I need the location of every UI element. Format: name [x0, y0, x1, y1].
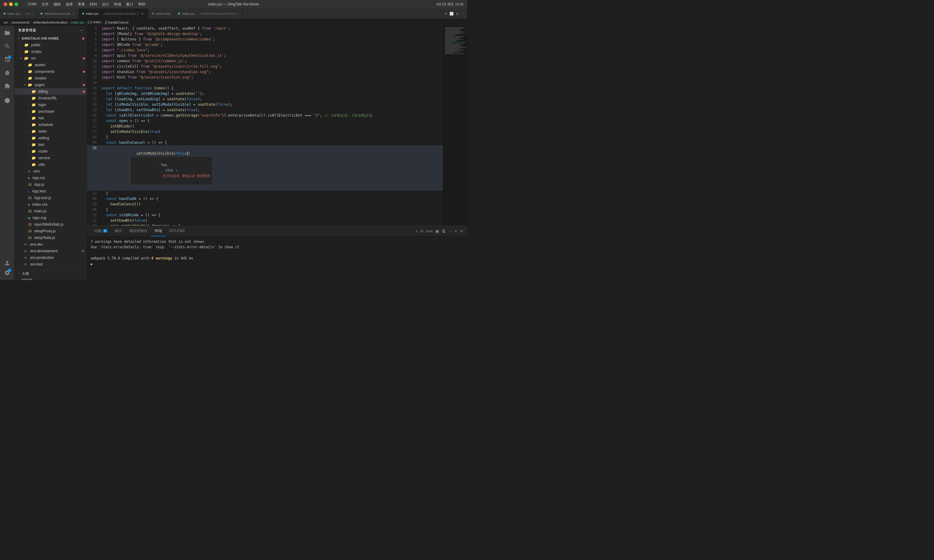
- tree-reportweb[interactable]: JS reportWebVitals.js: [14, 221, 87, 228]
- file-icon-logosvg: ◈: [28, 216, 30, 220]
- tree-envdev[interactable]: ⚙ .env.dev: [14, 241, 87, 248]
- tab-actions: ⟲ ⬜ ⊟ ⋯: [442, 8, 467, 19]
- folder-icon-utils: 📁: [31, 163, 36, 167]
- panel-add-icon[interactable]: +: [415, 229, 418, 234]
- menu-file[interactable]: 文件: [42, 2, 49, 7]
- panel-trash-icon[interactable]: 🗑: [442, 229, 446, 234]
- tree-scripts[interactable]: › 📁 scripts: [14, 48, 87, 55]
- tree-timeline[interactable]: › 时间线: [14, 277, 87, 280]
- activity-search[interactable]: [2, 42, 12, 51]
- menu-goto[interactable]: 转到: [90, 2, 97, 7]
- layout-icon[interactable]: ⊟: [456, 12, 459, 16]
- split-icon[interactable]: ⬜: [450, 12, 454, 16]
- activity-files[interactable]: [2, 28, 12, 38]
- tree-utils[interactable]: › 📁 utils: [14, 161, 87, 168]
- tree-src[interactable]: ▾ 📂 src: [14, 55, 87, 62]
- maximize-button[interactable]: [14, 2, 18, 6]
- panel-more-icon[interactable]: ···: [448, 229, 452, 234]
- tree-setuptests[interactable]: JS setupTests.js: [14, 234, 87, 241]
- menu-terminal[interactable]: 终端: [114, 2, 121, 7]
- tree-assets[interactable]: › 📁 assets: [14, 62, 87, 68]
- tree-apptestjs-label: App.test.js: [34, 196, 51, 200]
- menu-run[interactable]: 运行: [102, 2, 109, 7]
- bc-handlecancel[interactable]: {} handleCancel: [105, 20, 128, 24]
- minimize-button[interactable]: [9, 2, 13, 6]
- tree-risk[interactable]: › 📁 risk: [14, 115, 87, 122]
- bc-file[interactable]: index.jsx: [71, 20, 84, 24]
- tree-indexjs[interactable]: JS index.js: [14, 208, 87, 214]
- tree-outline[interactable]: › 大纲: [14, 270, 87, 277]
- tree-env[interactable]: ⚙ .env: [14, 168, 87, 175]
- tab-close-3[interactable]: ✕: [140, 11, 145, 16]
- activity-settings[interactable]: 1: [2, 268, 12, 278]
- bc-src[interactable]: src: [4, 20, 8, 24]
- tree-env-label: .env: [33, 169, 40, 173]
- tab-index-creditnote[interactable]: index.jsx .../creditNoteApplicationForm …: [174, 8, 243, 19]
- history-icon[interactable]: ⟲: [444, 12, 447, 16]
- code-editor[interactable]: 4 import React, { useState, useEffect, u…: [87, 26, 443, 226]
- tree-envdevelopment[interactable]: ⚙ .env.development M: [14, 248, 87, 254]
- tree-purchaser[interactable]: › 📁 purchaser: [14, 108, 87, 115]
- tree-billing[interactable]: › 📁 billing: [14, 88, 87, 95]
- panel-split-icon[interactable]: ⊟: [420, 229, 423, 233]
- tree-models[interactable]: › 📁 models: [14, 75, 87, 82]
- tree-router[interactable]: › 📁 router: [14, 148, 87, 155]
- panel-tab-gitlens[interactable]: GITLENS: [166, 226, 188, 237]
- panel-tab-terminal[interactable]: 终端: [151, 226, 166, 237]
- menu-help[interactable]: 帮助: [138, 2, 145, 7]
- folder-icon-router: 📁: [31, 149, 36, 154]
- tree-setting[interactable]: › 📁 setting: [14, 135, 87, 142]
- tab-electric-invoice[interactable]: electricInvoice.jsx 1: [37, 8, 79, 19]
- tree-appjs[interactable]: JS App.js: [14, 181, 87, 188]
- tree-indexcss[interactable]: ● index.css: [14, 201, 87, 208]
- traffic-lights[interactable]: [4, 2, 18, 6]
- tab-index-less[interactable]: index.less: [148, 8, 174, 19]
- panel-content[interactable]: 7 warnings have detailed information tha…: [87, 237, 467, 280]
- more-icon[interactable]: ⋯: [461, 12, 465, 16]
- tree-login[interactable]: › 📁 login: [14, 102, 87, 108]
- panel-close-icon[interactable]: ✕: [460, 229, 463, 234]
- tree-appless[interactable]: L App.less: [14, 188, 87, 194]
- menu-edit[interactable]: 编辑: [54, 2, 61, 7]
- tree-pages[interactable]: ▾ 📂 pages: [14, 82, 87, 88]
- tree-logosvg[interactable]: ◈ logo.svg: [14, 214, 87, 221]
- tab-dot-3: [82, 13, 84, 14]
- menu-code[interactable]: Code: [28, 2, 37, 7]
- panel-up-icon[interactable]: ∧: [454, 229, 457, 234]
- tab-index-elidentity[interactable]: index.jsx .../elIdentityAuthentication 1…: [79, 8, 148, 19]
- tree-invoiceurl[interactable]: › 📁 InvoiceURL: [14, 95, 87, 102]
- tree-envproduction[interactable]: ⚙ .env.production: [14, 254, 87, 261]
- close-button[interactable]: [4, 2, 7, 6]
- panel-tab-problems[interactable]: 问题 6: [91, 226, 111, 237]
- terminal-line-4: webpack 5.70.0 compiled with 8 warnings …: [91, 255, 463, 261]
- tree-schedule[interactable]: › 📁 schedule: [14, 122, 87, 128]
- tree-apptestjs[interactable]: JS App.test.js: [14, 194, 87, 201]
- bc-elidentity[interactable]: elIdentityAuthentication: [33, 20, 68, 24]
- panel-layout-icon[interactable]: ▣: [435, 229, 439, 234]
- panel-tab-debug[interactable]: 调试控制台: [126, 226, 151, 237]
- menu-window[interactable]: 窗口: [126, 2, 133, 7]
- tree-envtest[interactable]: ⚙ .env.test: [14, 261, 87, 268]
- activity-account[interactable]: [2, 258, 12, 268]
- tree-seller[interactable]: › 📁 seller: [14, 128, 87, 135]
- tree-public[interactable]: › 📁 public: [14, 42, 87, 48]
- sidebar-more[interactable]: ···: [80, 29, 83, 32]
- panel-tab-output[interactable]: 输出: [111, 226, 126, 237]
- tree-appcss[interactable]: ● App.css: [14, 175, 87, 181]
- tree-test[interactable]: › 📁 test: [14, 142, 87, 148]
- menu-select[interactable]: 选择: [66, 2, 73, 7]
- menu-view[interactable]: 查看: [78, 2, 85, 7]
- tree-risk-label: risk: [39, 116, 44, 120]
- tree-root[interactable]: ▾ DINGTALK-XW-HOME: [14, 35, 87, 42]
- tree-components[interactable]: › 📁 components: [14, 68, 87, 75]
- activity-debug[interactable]: [2, 68, 12, 78]
- tab-index-red[interactable]: index.jsx .../red 1: [0, 8, 37, 19]
- bc-index[interactable]: {◇} Index: [88, 20, 101, 24]
- bc-components[interactable]: components: [11, 20, 29, 24]
- activity-extensions[interactable]: [2, 81, 12, 91]
- activity-scm[interactable]: 1: [2, 55, 12, 64]
- tree-service[interactable]: › 📁 service: [14, 155, 87, 161]
- activity-remote[interactable]: [2, 96, 12, 105]
- tree-setupproxy[interactable]: JS setupProxy.js: [14, 228, 87, 234]
- billing-badge: [83, 91, 85, 93]
